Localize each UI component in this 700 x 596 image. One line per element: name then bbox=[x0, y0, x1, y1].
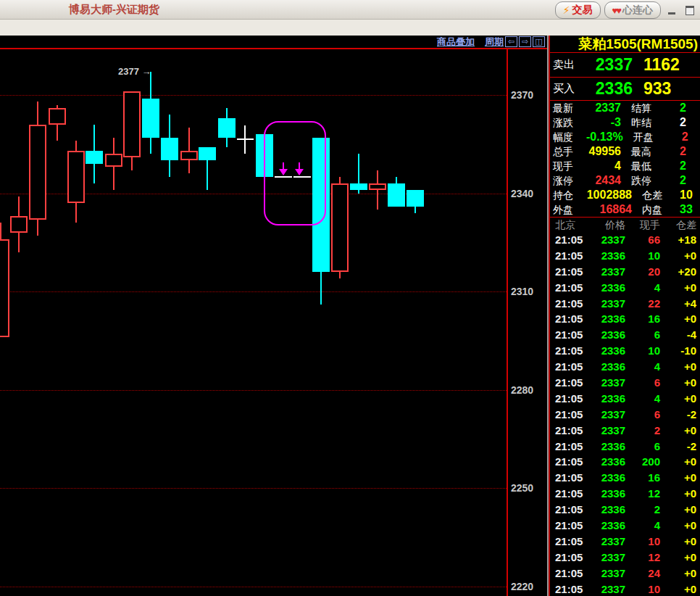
prev-contract-button[interactable]: ⇦ bbox=[505, 36, 517, 47]
crosshair-cursor-horizontal bbox=[237, 138, 254, 140]
quote-value: 4 bbox=[586, 159, 621, 173]
hearts-icon: ♥♥ bbox=[612, 5, 620, 16]
tick-row: 21:0523364+0 bbox=[550, 280, 700, 296]
minimize-button[interactable] bbox=[664, 4, 679, 17]
tick-oi-change: +0 bbox=[660, 566, 696, 581]
bid-label: 买入 bbox=[550, 82, 595, 96]
tick-time: 21:05 bbox=[550, 550, 590, 566]
tick-time: 21:05 bbox=[550, 581, 590, 596]
price-gridline bbox=[0, 291, 507, 292]
tick-table-header: 北京 价格 现手 仓差 bbox=[550, 218, 700, 232]
quote-value: 16864 bbox=[586, 202, 632, 217]
tick-row: 21:05233710+0 bbox=[550, 534, 700, 550]
candle-body bbox=[350, 183, 367, 190]
bid-row: 买入 2336 933 bbox=[550, 77, 700, 100]
tick-oi-change: +0 bbox=[660, 534, 696, 550]
tick-row: 21:05233766+18 bbox=[550, 232, 700, 248]
tick-oi-change: +0 bbox=[660, 248, 696, 264]
price-gridline bbox=[0, 488, 507, 489]
tick-time: 21:05 bbox=[550, 359, 590, 375]
heart-to-heart-button[interactable]: ♥♥ 心连心 bbox=[604, 1, 661, 19]
candlestick-chart-pane: 商品叠加 周期 ⇦ ⇨ ◫ 2377 → 2370234023102280225… bbox=[0, 36, 548, 596]
tick-price: 2337 bbox=[590, 423, 625, 439]
tick-time: 21:05 bbox=[550, 311, 590, 327]
tick-oi-change: +4 bbox=[660, 296, 696, 312]
tick-price: 2337 bbox=[590, 296, 625, 312]
quote-value-clipped: 33 bbox=[680, 202, 700, 217]
quote-summary-grid: 最新2337结算2涨跌-3昨结2幅度-0.13%开盘2总手49956最高2现手4… bbox=[550, 100, 700, 218]
tick-volume: 6 bbox=[625, 407, 660, 423]
drawing-down-arrow[interactable] bbox=[295, 162, 304, 175]
restore-button[interactable] bbox=[683, 4, 697, 17]
tick-volume: 10 bbox=[625, 248, 660, 264]
tick-time: 21:05 bbox=[550, 407, 590, 423]
tick-time: 21:05 bbox=[550, 518, 590, 534]
tick-volume: 16 bbox=[625, 470, 660, 486]
tick-price: 2336 bbox=[590, 454, 625, 470]
tick-price: 2336 bbox=[590, 280, 625, 296]
toolbar-strip bbox=[0, 20, 700, 36]
tick-price: 2336 bbox=[590, 311, 625, 327]
quote-value: 2337 bbox=[586, 101, 621, 115]
overlay-link[interactable]: 商品叠加 bbox=[437, 36, 475, 49]
next-contract-button[interactable]: ⇨ bbox=[519, 36, 531, 47]
quote-value: -3 bbox=[586, 115, 621, 130]
tick-time: 21:05 bbox=[550, 423, 590, 439]
tick-price: 2336 bbox=[590, 248, 625, 264]
tick-volume: 16 bbox=[625, 311, 660, 327]
tick-volume: 10 bbox=[625, 343, 660, 359]
tick-volume: 24 bbox=[625, 566, 660, 581]
tick-row: 21:0523364+0 bbox=[550, 359, 700, 375]
candle-body bbox=[331, 183, 349, 272]
quote-grid-row: 外盘16864内盘33 bbox=[550, 202, 700, 217]
tick-table: 21:05233766+1821:05233610+021:05233720+2… bbox=[550, 232, 700, 596]
tick-row: 21:05233712+0 bbox=[550, 550, 700, 566]
tick-volume: 4 bbox=[625, 280, 660, 296]
price-gridline bbox=[0, 587, 507, 587]
quote-grid-row: 最新2337结算2 bbox=[550, 101, 700, 115]
tick-price: 2336 bbox=[590, 502, 625, 518]
period-link[interactable]: 周期 bbox=[485, 36, 504, 49]
quote-value-clipped: 2 bbox=[671, 130, 700, 144]
lightning-icon: ⚡ bbox=[563, 4, 570, 16]
quote-label: 外盘 bbox=[550, 202, 586, 217]
tick-price: 2336 bbox=[590, 343, 625, 359]
arrow-head bbox=[295, 169, 304, 175]
tick-oi-change: +0 bbox=[660, 486, 696, 502]
candle-body bbox=[29, 125, 46, 220]
tick-volume: 12 bbox=[625, 550, 660, 566]
drawing-down-arrow[interactable] bbox=[279, 162, 288, 175]
price-gridline bbox=[0, 95, 507, 96]
col-header-oichange: 仓差 bbox=[660, 218, 696, 232]
tick-oi-change: +0 bbox=[660, 375, 696, 391]
quote-grid-row: 幅度-0.13%开盘2 bbox=[550, 130, 700, 144]
candle-body bbox=[369, 183, 386, 190]
tick-time: 21:05 bbox=[550, 327, 590, 343]
chart-top-border bbox=[0, 48, 548, 49]
quote-label: 现手 bbox=[550, 159, 586, 173]
main-area: 商品叠加 周期 ⇦ ⇨ ◫ 2377 → 2370234023102280225… bbox=[0, 36, 700, 596]
candle-wick bbox=[377, 170, 378, 210]
app-title: 博易大师-兴证期货 bbox=[69, 3, 159, 17]
trade-button[interactable]: ⚡ 交易 bbox=[555, 1, 601, 19]
tick-row: 21:0523362+0 bbox=[550, 502, 700, 518]
col-header-volume: 现手 bbox=[625, 218, 660, 232]
quote-label: 结算 bbox=[631, 101, 669, 115]
split-view-button[interactable]: ◫ bbox=[533, 36, 545, 47]
tick-price: 2337 bbox=[590, 550, 625, 566]
price-axis-label: 2370 bbox=[511, 89, 546, 101]
tick-price: 2337 bbox=[590, 581, 625, 596]
tick-row: 21:0523366-2 bbox=[550, 439, 700, 455]
tick-price: 2337 bbox=[590, 566, 625, 581]
quote-value-clipped: 2 bbox=[669, 101, 700, 115]
price-axis-label: 2250 bbox=[511, 482, 546, 494]
quote-grid-row: 持仓1002888仓差10 bbox=[550, 188, 700, 202]
candle-body bbox=[407, 190, 424, 207]
quote-label: 仓差 bbox=[642, 188, 680, 202]
tick-price: 2337 bbox=[590, 375, 625, 391]
tick-time: 21:05 bbox=[550, 375, 590, 391]
candle-body bbox=[199, 147, 216, 160]
ask-label: 卖出 bbox=[550, 58, 595, 72]
tick-oi-change: +0 bbox=[660, 470, 696, 486]
col-header-price: 价格 bbox=[590, 218, 625, 232]
